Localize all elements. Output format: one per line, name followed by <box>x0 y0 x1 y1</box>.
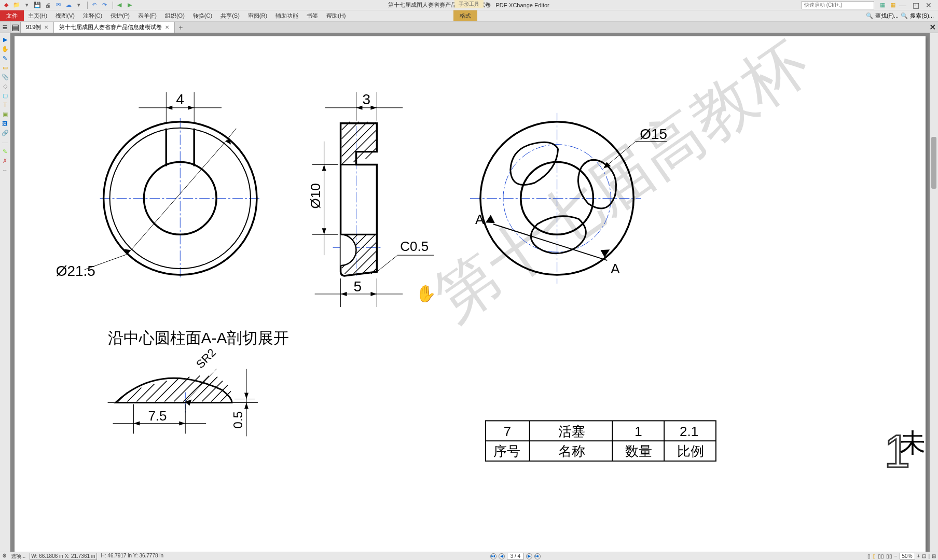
menu-convert[interactable]: 转换(C) <box>189 10 216 21</box>
redo-icon[interactable]: ↷ <box>100 1 108 9</box>
tab-2[interactable]: 第十七届成图人赛省赛产品信息建模试卷 ✕ <box>54 22 175 33</box>
svg-text:A: A <box>475 212 485 227</box>
layout-facing-icon[interactable]: ▯▯ <box>878 553 884 559</box>
tool-erase[interactable]: ✗ <box>1 157 9 165</box>
tab-2-close[interactable]: ✕ <box>165 24 169 30</box>
dropdown-icon[interactable]: ▾ <box>23 1 31 9</box>
forward-icon[interactable]: ▶ <box>126 1 134 9</box>
scroll-thumb[interactable] <box>931 137 936 189</box>
status-options[interactable]: 选项... <box>11 553 25 560</box>
zoom-in[interactable]: + <box>917 553 920 559</box>
nav-prev[interactable]: ◀ <box>499 553 505 559</box>
svg-text:1: 1 <box>634 424 642 439</box>
find-button[interactable]: 查找(F)... <box>875 12 899 20</box>
tool-shape[interactable]: ◇ <box>1 82 9 90</box>
tool-box[interactable]: ▢ <box>1 91 9 100</box>
tab-2-label: 第十七届成图人赛省赛产品信息建模试卷 <box>59 23 162 31</box>
theme-icon[interactable]: ▦ <box>889 1 897 9</box>
tool-edit[interactable]: ✎ <box>1 54 9 62</box>
tool-image[interactable]: 🖼 <box>1 119 9 128</box>
tool-hand[interactable]: ✋ <box>1 45 9 53</box>
menu-organize[interactable]: 组织(O) <box>161 10 189 21</box>
svg-text:7.5: 7.5 <box>148 409 167 423</box>
tool-stamp[interactable]: ▣ <box>1 110 9 118</box>
email-icon[interactable]: ✉ <box>54 1 62 9</box>
dropdown2-icon[interactable]: ▾ <box>75 1 83 9</box>
svg-text:数量: 数量 <box>625 444 652 458</box>
menu-comment[interactable]: 注释(C) <box>79 10 106 21</box>
tab-list-icon[interactable]: ▤ <box>10 22 21 33</box>
tool-attach[interactable]: 📎 <box>1 73 9 81</box>
minimize-button[interactable]: — <box>899 1 906 9</box>
svg-line-65 <box>155 379 178 402</box>
tool-pointer[interactable]: ▶ <box>1 35 9 44</box>
folder-icon[interactable]: 📁 <box>12 1 21 9</box>
page-indicator[interactable]: 3 / 4 <box>507 553 524 559</box>
zoom-level[interactable]: 50% <box>900 553 915 559</box>
tab-add-button[interactable]: + <box>175 22 186 33</box>
menu-accessibility[interactable]: 辅助功能 <box>271 10 302 21</box>
hand-cursor-icon: ✋ <box>416 284 436 303</box>
nav-first[interactable]: ⏮ <box>490 553 496 559</box>
layout-cont-icon[interactable]: ▯ <box>873 553 876 559</box>
print-icon[interactable]: 🖨 <box>44 1 52 9</box>
file-menu[interactable]: 文件 <box>0 10 24 21</box>
drawing-svg: 第十七届高教杯 <box>15 36 926 552</box>
menu-protect[interactable]: 保护(P) <box>106 10 134 21</box>
menu-bookmarks[interactable]: 书签 <box>302 10 322 21</box>
quick-launch-input[interactable] <box>802 1 874 9</box>
menu-form[interactable]: 表单(F) <box>134 10 161 21</box>
svg-line-46 <box>377 255 397 272</box>
format-tab[interactable]: 格式 <box>453 10 477 21</box>
context-tool-label: 手形工具 <box>454 0 484 8</box>
menu-home[interactable]: 主页(H) <box>24 10 51 21</box>
svg-text:名称: 名称 <box>558 444 585 458</box>
title-block: 7 活塞 1 2.1 序号 名称 数量 比例 <box>486 421 716 461</box>
tab-1-close[interactable]: ✕ <box>44 24 48 30</box>
unrolled-section: 沿中心圆柱面A-A剖切展开 <box>108 329 289 437</box>
nav-last[interactable]: ⏭ <box>534 553 541 559</box>
menu-review[interactable]: 审阅(R) <box>244 10 271 21</box>
front-view: 4 Ø21.5 <box>56 91 260 279</box>
layout-single-icon[interactable]: ▯ <box>867 553 871 559</box>
undo-icon[interactable]: ↶ <box>90 1 98 9</box>
svg-line-25 <box>365 148 377 159</box>
vertical-scrollbar[interactable] <box>930 33 938 552</box>
layout-facing-cont-icon[interactable]: ▯▯ <box>886 553 892 559</box>
main-layout: ▶ ✋ ✎ ▭ 📎 ◇ ▢ T ▣ 🖼 🔗 — ✎ ✗ ↔ 第十七届高教杯 <box>0 33 938 552</box>
document-viewer[interactable]: 第十七届高教杯 <box>10 33 930 552</box>
tab-bar: ≡ ▤ 919例 ✕ 第十七届成图人赛省赛产品信息建模试卷 ✕ + ✕ <box>0 22 938 33</box>
zoom-out[interactable]: − <box>894 553 898 559</box>
svg-text:活塞: 活塞 <box>558 424 585 439</box>
save-icon[interactable]: 💾 <box>33 1 42 9</box>
tab-menu-icon[interactable]: ≡ <box>0 22 10 33</box>
tool-link[interactable]: 🔗 <box>1 129 9 137</box>
search-button[interactable]: 搜索(S)... <box>910 12 934 20</box>
tool-highlight[interactable]: ✎ <box>1 147 9 156</box>
menu-help[interactable]: 帮助(H) <box>322 10 350 21</box>
status-gear-icon[interactable]: ⚙ <box>2 553 7 560</box>
ui-mode-icon[interactable]: ▦ <box>878 1 887 9</box>
tab-1[interactable]: 919例 ✕ <box>21 22 54 33</box>
zoom-actual[interactable]: ⊞ <box>932 553 936 559</box>
svg-text:3: 3 <box>362 91 370 107</box>
status-size: W: 66.1806 in X: 21.7361 in <box>30 553 96 560</box>
menu-share[interactable]: 共享(S) <box>216 10 244 21</box>
close-button[interactable]: ✕ <box>926 1 932 9</box>
search-icon[interactable]: 🔍 <box>901 12 908 19</box>
tool-text[interactable]: T <box>1 101 9 109</box>
section-view: 3 5 Ø10 C0.5 <box>308 91 434 307</box>
tool-measure[interactable]: ↔ <box>1 166 9 174</box>
zoom-fit[interactable]: ⊡ <box>922 553 926 559</box>
menu-view[interactable]: 视图(V) <box>51 10 79 21</box>
back-icon[interactable]: ◀ <box>115 1 123 9</box>
nav-next[interactable]: ▶ <box>526 553 532 559</box>
tab-close-all[interactable]: ✕ <box>929 22 938 32</box>
maximize-button[interactable]: ◰ <box>913 1 919 9</box>
find-icon[interactable]: 🔍 <box>866 12 873 19</box>
left-toolbar: ▶ ✋ ✎ ▭ 📎 ◇ ▢ T ▣ 🖼 🔗 — ✎ ✗ ↔ <box>0 33 10 552</box>
svg-line-66 <box>164 377 189 402</box>
svg-text:7: 7 <box>504 424 511 439</box>
cloud-icon[interactable]: ☁ <box>64 1 73 9</box>
tool-note[interactable]: ▭ <box>1 63 9 72</box>
